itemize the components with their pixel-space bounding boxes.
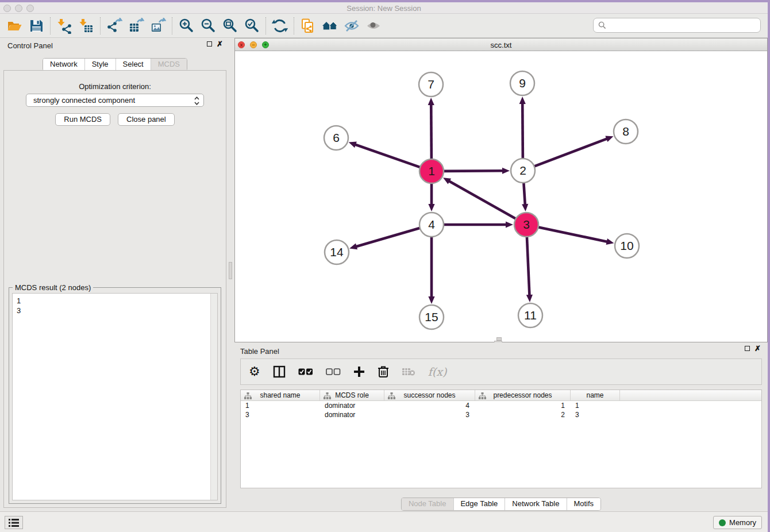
toolbar-separator xyxy=(294,17,294,34)
node-label: 8 xyxy=(622,125,629,138)
edge-2-8[interactable] xyxy=(533,138,607,167)
tab-edge-table[interactable]: Edge Table xyxy=(453,498,505,510)
node-6[interactable]: 6 xyxy=(324,126,348,150)
tab-node-table[interactable]: Node Table xyxy=(402,498,453,510)
open-session-button[interactable] xyxy=(3,16,25,36)
network-canvas[interactable]: 7968124314101511 xyxy=(235,51,767,341)
run-mcds-button[interactable]: Run MCDS xyxy=(55,113,110,126)
memory-button[interactable]: Memory xyxy=(713,516,762,529)
zoom-in-button[interactable] xyxy=(175,16,197,36)
attribute-icon xyxy=(388,392,395,399)
zoom-selected-button[interactable] xyxy=(241,16,263,36)
import-table-button[interactable] xyxy=(75,16,97,36)
tab-network[interactable]: Network xyxy=(43,59,84,71)
unselect-all-columns-button[interactable] xyxy=(326,363,341,380)
export-network-button[interactable] xyxy=(103,16,125,36)
cell-name[interactable]: 3 xyxy=(571,410,620,419)
select-all-columns-button[interactable] xyxy=(298,363,313,380)
cell-successor-nodes[interactable]: 4 xyxy=(384,401,475,410)
column-header-name[interactable]: name xyxy=(571,390,620,400)
column-header-MCDS-role[interactable]: MCDS role xyxy=(320,390,384,400)
node-9[interactable]: 9 xyxy=(510,71,534,95)
cell-shared-name[interactable]: 1 xyxy=(241,401,320,410)
column-header-successor-nodes[interactable]: successor nodes xyxy=(384,390,475,400)
cell-MCDS-role[interactable]: dominator xyxy=(320,410,384,419)
float-panel-icon[interactable] xyxy=(207,41,212,47)
new-network-from-selection-button[interactable] xyxy=(297,16,319,36)
task-history-button[interactable] xyxy=(5,516,23,529)
node-4[interactable]: 4 xyxy=(419,213,444,237)
import-network-button[interactable] xyxy=(53,16,75,36)
table-row[interactable]: 1dominator411 xyxy=(241,401,761,410)
float-table-panel-icon[interactable] xyxy=(745,346,750,351)
column-header-label: successor nodes xyxy=(403,391,455,399)
zoom-fit-button[interactable] xyxy=(219,16,241,36)
delete-columns-button[interactable] xyxy=(378,363,389,380)
control-panel: Control Panel ✗ NetworkStyleSelectMCDS O… xyxy=(0,38,230,508)
node-14[interactable]: 14 xyxy=(325,240,349,264)
node-1[interactable]: 1 xyxy=(419,159,444,183)
close-panel-button[interactable]: Close panel xyxy=(118,113,175,126)
status-bar: Memory xyxy=(0,511,768,532)
save-session-button[interactable] xyxy=(25,16,47,36)
node-11[interactable]: 11 xyxy=(518,303,542,327)
node-10[interactable]: 10 xyxy=(615,234,639,258)
edge-2-3[interactable] xyxy=(523,181,525,205)
cell-predecessor-nodes[interactable]: 2 xyxy=(475,410,571,419)
optimization-criterion-label: Optimization criterion: xyxy=(4,82,226,91)
node-7[interactable]: 7 xyxy=(419,72,443,97)
show-all-button[interactable] xyxy=(363,16,384,36)
hide-selected-button[interactable] xyxy=(341,16,363,36)
memory-label: Memory xyxy=(729,518,756,527)
cell-predecessor-nodes[interactable]: 1 xyxy=(475,401,571,410)
table-body: 1dominator4113dominator323 xyxy=(241,401,761,419)
tab-network-table[interactable]: Network Table xyxy=(505,498,566,510)
node-8[interactable]: 8 xyxy=(614,119,638,144)
toolbar-separator xyxy=(265,17,266,34)
edge-4-14[interactable] xyxy=(356,228,422,246)
cell-name[interactable]: 1 xyxy=(571,401,620,410)
cell-shared-name[interactable]: 3 xyxy=(241,410,320,419)
column-browser-button[interactable] xyxy=(273,363,286,380)
column-header-shared-name[interactable]: shared name xyxy=(241,390,320,400)
edge-3-11[interactable] xyxy=(527,235,530,296)
attribute-icon xyxy=(244,392,252,399)
zoom-out-button[interactable] xyxy=(197,16,219,36)
node-2[interactable]: 2 xyxy=(511,159,535,183)
arrowhead-4-15 xyxy=(428,296,434,304)
close-table-panel-icon[interactable]: ✗ xyxy=(754,346,761,351)
edge-1-2[interactable] xyxy=(442,171,503,171)
edge-3-1[interactable] xyxy=(449,181,518,219)
tab-style[interactable]: Style xyxy=(84,59,116,71)
first-neighbors-button[interactable] xyxy=(319,16,341,36)
optimization-criterion-select[interactable]: strongly connected component xyxy=(26,94,204,107)
table-options-button[interactable]: ⚙ xyxy=(249,363,260,380)
network-window-titlebar[interactable]: x − + scc.txt xyxy=(235,38,767,51)
close-panel-icon[interactable]: ✗ xyxy=(217,41,223,47)
edge-3-10[interactable] xyxy=(537,227,608,242)
create-column-button[interactable] xyxy=(353,363,365,380)
tab-motifs[interactable]: Motifs xyxy=(566,498,600,510)
edge-2-9[interactable] xyxy=(522,103,523,160)
edge-1-6[interactable] xyxy=(355,144,422,168)
node-label: 14 xyxy=(330,245,344,259)
node-3[interactable]: 3 xyxy=(514,213,538,237)
result-scrollbar[interactable] xyxy=(210,294,217,500)
column-header-predecessor-nodes[interactable]: predecessor nodes xyxy=(475,390,571,400)
import-table-icon xyxy=(78,18,94,34)
tab-mcds[interactable]: MCDS xyxy=(151,59,187,71)
vertical-splitter-handle[interactable] xyxy=(229,262,232,279)
export-image-button[interactable] xyxy=(147,16,169,36)
arrowhead-1-7 xyxy=(428,98,434,105)
arrowhead-2-8 xyxy=(605,136,613,142)
edge-1-7[interactable] xyxy=(431,104,432,161)
search-input[interactable] xyxy=(593,18,761,33)
apply-layout-button[interactable] xyxy=(269,16,291,36)
export-table-button[interactable] xyxy=(125,16,147,36)
table-panel-tabs: Node TableEdge TableNetwork TableMotifs xyxy=(401,498,601,511)
tab-select[interactable]: Select xyxy=(116,59,151,71)
table-row[interactable]: 3dominator323 xyxy=(241,410,761,419)
node-15[interactable]: 15 xyxy=(419,305,444,329)
cell-MCDS-role[interactable]: dominator xyxy=(320,401,384,410)
cell-successor-nodes[interactable]: 3 xyxy=(384,410,475,419)
